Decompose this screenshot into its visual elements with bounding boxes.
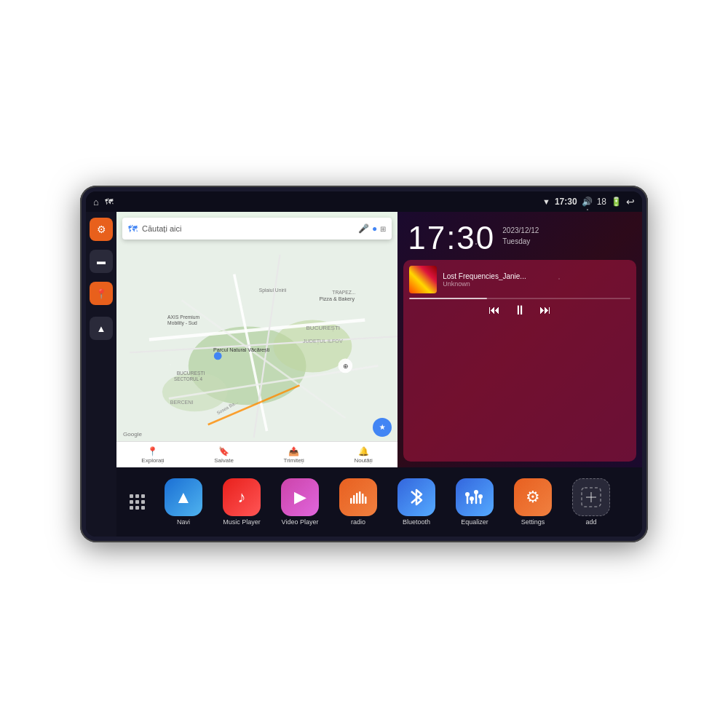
day-value: Tuesday — [502, 236, 539, 247]
svg-text:BUCUREȘTI: BUCUREȘTI — [177, 371, 205, 376]
music-artist: Unknown — [443, 280, 630, 288]
svg-text:AXIS Premium: AXIS Premium — [167, 314, 199, 320]
dot — [130, 506, 133, 510]
svg-rect-32 — [365, 496, 367, 504]
settings-side-icon: ⚙ — [97, 223, 106, 235]
sidebar-maps-btn[interactable]: 📍 — [90, 282, 113, 305]
right-panel: 17:30 2023/12/12 Tuesday — [397, 212, 642, 467]
next-track-btn[interactable]: ⏭ — [539, 304, 551, 316]
navi-label: Navi — [177, 518, 190, 526]
pause-btn[interactable]: ⏸ — [513, 304, 526, 317]
video-player-label: Video Player — [282, 518, 319, 526]
svg-text:Google: Google — [123, 431, 143, 438]
bluetooth-label: Bluetooth — [403, 518, 430, 526]
svg-text:SECTORUL 4: SECTORUL 4 — [174, 376, 203, 381]
eq-bars-icon — [464, 488, 485, 506]
dot — [135, 500, 139, 504]
news-label: Noutăți — [354, 457, 372, 464]
svg-text:BERCENI: BERCENI — [170, 400, 194, 405]
settings-label: Settings — [521, 518, 545, 526]
equalizer-label: Equalizer — [461, 518, 488, 526]
app-music-player[interactable]: ♪ Music Player — [214, 478, 269, 526]
wifi-icon: ▼ — [542, 197, 550, 206]
svg-text:Splaiul Unirii: Splaiul Unirii — [259, 288, 287, 293]
map-location-btn[interactable]: ★ — [373, 418, 392, 437]
maps-icon[interactable]: 🗺 — [105, 197, 113, 206]
svg-point-38 — [474, 490, 478, 494]
sidebar-folder-btn[interactable]: ▬ — [90, 250, 113, 273]
radio-icon — [339, 478, 377, 516]
sidebar-settings-btn[interactable]: ⚙ — [90, 218, 113, 241]
add-label: add — [585, 518, 596, 526]
bt-symbol-icon — [408, 487, 424, 507]
svg-rect-31 — [362, 494, 364, 504]
saved-label: Salvate — [214, 457, 234, 464]
music-title: Lost Frequencies_Janie... — [443, 272, 630, 280]
app-navi[interactable]: ▲ Navi — [156, 478, 211, 526]
map-search-bar[interactable]: 🗺 Căutați aici 🎤 ● ⊞ — [122, 218, 392, 240]
clock-time: 17:30 — [408, 222, 495, 254]
add-icon — [572, 478, 610, 516]
album-art — [409, 266, 437, 293]
date-value: 2023/12/12 — [502, 225, 539, 236]
back-icon[interactable]: ↩ — [626, 196, 635, 207]
dot — [135, 494, 139, 498]
clock-date: 2023/12/12 Tuesday — [502, 222, 539, 247]
folder-icon: ▬ — [97, 256, 106, 266]
left-sidebar: ⚙ ▬ 📍 ▲ — [86, 212, 116, 537]
center-right-area: BUCUREȘTI JUDEȚUL ILFOV BERCENI BUCUREȘT… — [116, 212, 642, 537]
svg-text:TRAPEZ...: TRAPEZ... — [332, 290, 355, 295]
home-icon[interactable]: ⌂ — [93, 197, 99, 207]
map-pin-side-icon: 📍 — [95, 288, 107, 299]
svg-text:⊕: ⊕ — [343, 363, 349, 370]
screen: ⌂ 🗺 ▼ 17:30 🔊 18 🔋 ↩ ⚙ ▬ — [86, 191, 642, 537]
battery-icon: 🔋 — [611, 197, 622, 207]
svg-text:Pizza & Bakery: Pizza & Bakery — [319, 296, 355, 302]
news-icon: 🔔 — [358, 446, 369, 456]
music-info-row: Lost Frequencies_Janie... Unknown — [409, 266, 630, 293]
maps-logo: 🗺 — [128, 223, 138, 234]
app-radio[interactable]: radio — [331, 478, 386, 526]
map-saved-btn[interactable]: 🔖 Salvate — [214, 446, 234, 464]
status-time: 17:30 — [555, 197, 577, 207]
music-progress-bar[interactable] — [409, 298, 630, 299]
explore-icon: 📍 — [147, 446, 158, 456]
app-bluetooth[interactable]: Bluetooth — [389, 478, 444, 526]
top-section: BUCUREȘTI JUDEȚUL ILFOV BERCENI BUCUREȘT… — [116, 212, 642, 467]
app-add[interactable]: add — [563, 478, 619, 526]
app-equalizer[interactable]: Equalizer — [447, 478, 502, 526]
map-container[interactable]: BUCUREȘTI JUDEȚUL ILFOV BERCENI BUCUREȘT… — [116, 212, 397, 467]
dot — [141, 506, 145, 510]
map-bottom-bar: 📍 Explorați 🔖 Salvate 📤 Trimiteți — [116, 441, 397, 467]
saved-icon: 🔖 — [218, 446, 229, 456]
music-progress-fill — [409, 298, 486, 299]
svg-text:Mobility - Sud: Mobility - Sud — [167, 320, 197, 326]
app-settings[interactable]: ⚙ Settings — [505, 478, 561, 526]
sidebar-navi-btn[interactable]: ▲ — [90, 317, 113, 340]
map-search-icons: 🎤 ● ⊞ — [358, 223, 386, 234]
send-icon: 📤 — [288, 446, 299, 456]
map-news-btn[interactable]: 🔔 Noutăți — [354, 446, 372, 464]
album-art-image — [409, 266, 437, 293]
explore-label: Explorați — [141, 457, 164, 464]
map-search-text[interactable]: Căutați aici — [142, 224, 354, 233]
map-explore-btn[interactable]: 📍 Explorați — [141, 446, 164, 464]
svg-point-16 — [214, 352, 222, 360]
app-video-player[interactable]: ▶ Video Player — [272, 478, 328, 526]
dot — [141, 494, 145, 498]
account-icon[interactable]: ● — [372, 223, 377, 234]
mic-icon[interactable]: 🎤 — [358, 223, 369, 234]
map-send-btn[interactable]: 📤 Trimiteți — [284, 446, 304, 464]
status-bar: ⌂ 🗺 ▼ 17:30 🔊 18 🔋 ↩ — [86, 191, 642, 212]
bluetooth-icon — [397, 478, 435, 516]
clock-section: 17:30 2023/12/12 Tuesday — [397, 212, 642, 260]
music-section: Lost Frequencies_Janie... Unknown ⏮ ⏸ ⏭ — [403, 260, 636, 462]
prev-track-btn[interactable]: ⏮ — [488, 304, 500, 316]
send-label: Trimiteți — [284, 457, 304, 464]
status-right-icons: ▼ 17:30 🔊 18 🔋 ↩ — [542, 196, 635, 207]
layers-icon[interactable]: ⊞ — [380, 225, 386, 233]
dot — [135, 506, 139, 510]
music-text: Lost Frequencies_Janie... Unknown — [443, 272, 630, 288]
grid-menu-btn[interactable] — [125, 491, 149, 514]
star-fab-icon: ★ — [379, 424, 385, 431]
